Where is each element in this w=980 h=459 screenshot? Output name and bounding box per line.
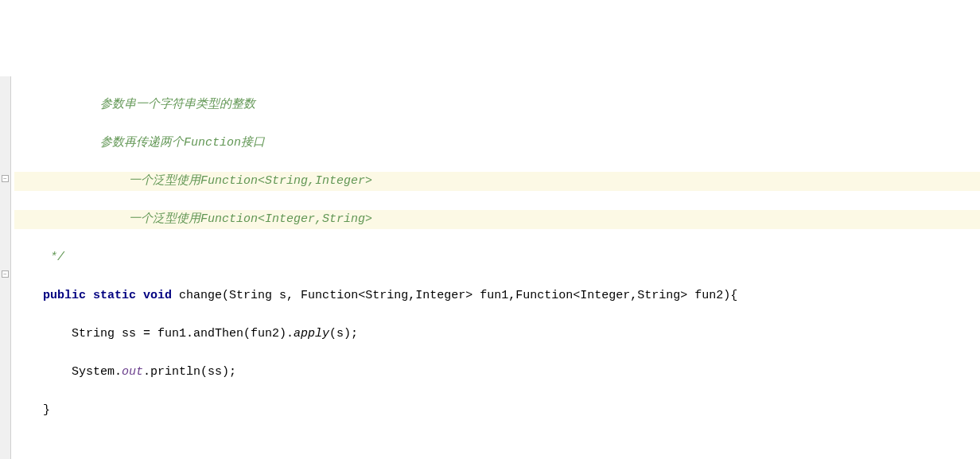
code-text <box>136 289 143 302</box>
fold-marker-icon[interactable]: − <box>2 175 9 182</box>
code-text: String ss = fun1.andThen(fun2). <box>14 327 294 340</box>
code-text <box>14 289 43 302</box>
code-text: } <box>14 403 50 417</box>
code-text: change(String s, Function<String,Integer… <box>172 289 737 302</box>
code-text: System. <box>14 365 122 379</box>
editor-gutter: − − <box>0 76 11 459</box>
keyword-public: public <box>43 289 86 302</box>
method-apply: apply <box>294 327 329 340</box>
fold-marker-icon[interactable]: − <box>2 270 9 278</box>
code-text <box>86 289 93 302</box>
code-text: (s); <box>329 327 358 340</box>
code-text: .println(ss); <box>143 365 236 379</box>
code-area[interactable]: 参数串一个字符串类型的整数 参数再传递两个Function接口 一个泛型使用Fu… <box>11 76 980 459</box>
doc-comment: 一个泛型使用Function<String,Integer> <box>14 174 372 188</box>
doc-comment: 参数串一个字符串类型的整数 <box>14 98 255 111</box>
keyword-void: void <box>143 289 172 302</box>
code-editor[interactable]: − − 参数串一个字符串类型的整数 参数再传递两个Function接口 一个泛型… <box>0 76 980 459</box>
doc-comment: 一个泛型使用Function<Integer,String> <box>14 212 372 226</box>
doc-comment-end: */ <box>14 251 64 264</box>
field-out: out <box>122 365 143 379</box>
doc-comment: 参数再传递两个Function接口 <box>14 136 265 150</box>
keyword-static: static <box>93 289 136 302</box>
